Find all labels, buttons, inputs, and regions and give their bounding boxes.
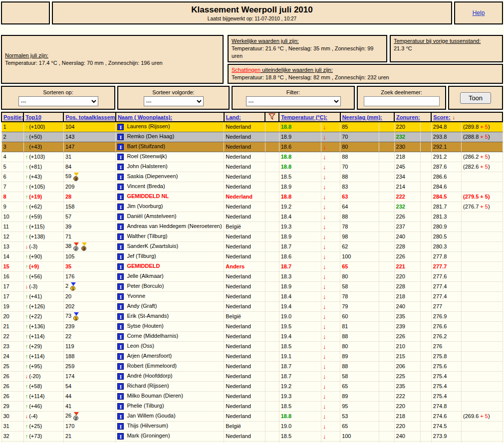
positie-cell: 15 bbox=[1, 261, 23, 271]
sort-temperatuur-link[interactable]: Temperatuur (°C): bbox=[281, 114, 327, 120]
score-cell: 287.6 bbox=[431, 162, 461, 172]
info-icon[interactable]: I bbox=[117, 433, 124, 440]
deelnemer-naam: Jef (Tilburg) bbox=[127, 253, 156, 259]
position-change: (+103) bbox=[29, 154, 45, 160]
temp-down-arrow-icon: ↓ bbox=[323, 383, 326, 390]
neerslag-cell: 89 bbox=[340, 391, 379, 401]
show-button[interactable]: Toon bbox=[460, 92, 491, 104]
sort-top10-link[interactable]: Top10 bbox=[25, 114, 41, 120]
top10-cell: ↑(+59) bbox=[23, 212, 63, 222]
info-icon[interactable]: I bbox=[117, 253, 124, 260]
table-row: 26↓(-20)174IAndré (Hoofddorp)Nederland18… bbox=[1, 371, 503, 381]
neerslag-trend-cell bbox=[379, 321, 394, 331]
temp-down-arrow-icon: ↓ bbox=[323, 373, 326, 380]
position-change: (+100) bbox=[29, 124, 45, 130]
top10-cell: ↑(+95) bbox=[23, 361, 63, 371]
pos-totaal-value: 147 bbox=[65, 144, 74, 150]
top10-cell: ↑(+114) bbox=[23, 331, 63, 341]
sort-neerslag-link[interactable]: Neerslag (mm): bbox=[342, 114, 382, 120]
neerslag-cell: 88 bbox=[340, 212, 379, 222]
land-filter-cell bbox=[265, 381, 279, 391]
sort-by-select[interactable]: --- bbox=[18, 96, 98, 106]
sort-score-link[interactable]: Score: bbox=[433, 114, 450, 120]
info-icon[interactable]: I bbox=[117, 223, 124, 230]
table-row: 29↑(+46)41IPhelie (Tilburg)Nederland18.5… bbox=[1, 401, 503, 411]
table-row: 26↑(+114)44IMilko Bouman (Dieren)Nederla… bbox=[1, 391, 503, 401]
temp-down-arrow-icon: ↓ bbox=[323, 213, 326, 221]
sort-land-link[interactable]: Land: bbox=[226, 114, 241, 120]
positie-cell: 22 bbox=[1, 331, 23, 341]
neerslag-cell: 62 bbox=[340, 241, 379, 251]
info-icon[interactable]: I bbox=[117, 154, 124, 160]
info-icon[interactable]: I bbox=[117, 174, 124, 180]
info-icon[interactable]: I bbox=[117, 124, 124, 130]
info-icon[interactable]: I bbox=[117, 413, 124, 420]
deelnemer-naam: Jelle (Alkmaar) bbox=[127, 273, 163, 279]
sort-pos-totaal-link[interactable]: Pos. totaalklassement: bbox=[65, 114, 115, 120]
neerslag-cell: 88 bbox=[340, 172, 379, 182]
temperatuur-cell: 18.9 bbox=[279, 182, 321, 192]
info-icon[interactable]: I bbox=[117, 343, 124, 350]
filter-select[interactable]: --- bbox=[246, 96, 341, 106]
pos-totaal-value: 41 bbox=[65, 403, 71, 409]
table-row: 2↑(+50)143IRemko (Den Haag)Nederland18.9… bbox=[1, 132, 503, 142]
info-icon[interactable]: I bbox=[117, 134, 124, 140]
info-icon[interactable]: I bbox=[117, 363, 124, 370]
info-icon[interactable]: I bbox=[117, 214, 124, 220]
zonuren-trend-cell bbox=[420, 341, 431, 351]
score-paren: ) bbox=[488, 164, 490, 170]
info-icon[interactable]: I bbox=[117, 423, 124, 430]
table-row: 12↑(+138)71IWalther (Tilburg)Nederland18… bbox=[1, 231, 503, 241]
funnel-icon[interactable] bbox=[268, 113, 275, 120]
info-icon[interactable]: I bbox=[117, 204, 124, 210]
info-icon[interactable]: I bbox=[117, 333, 124, 340]
pos-totaal-value: 20 bbox=[65, 293, 71, 299]
info-icon[interactable]: I bbox=[117, 194, 124, 200]
info-icon[interactable]: I bbox=[117, 383, 124, 390]
info-icon[interactable]: I bbox=[117, 313, 124, 320]
info-icon[interactable]: I bbox=[117, 373, 124, 380]
info-icon[interactable]: I bbox=[117, 233, 124, 240]
info-icon[interactable]: I bbox=[117, 283, 124, 290]
info-icon[interactable]: I bbox=[117, 144, 124, 150]
help-link[interactable]: Help bbox=[473, 9, 485, 16]
info-icon[interactable]: I bbox=[117, 184, 124, 190]
neerslag-cell: 70 bbox=[340, 132, 379, 142]
deelnemer-naam: Erik (St-Amands) bbox=[127, 313, 169, 319]
sort-zonuren-link[interactable]: Zonuren: bbox=[396, 114, 420, 120]
neerslag-cell: 88 bbox=[340, 152, 379, 162]
info-icon[interactable]: I bbox=[117, 243, 124, 250]
info-icon[interactable]: I bbox=[117, 403, 124, 410]
info-icon[interactable]: I bbox=[117, 353, 124, 360]
info-icon[interactable]: I bbox=[117, 293, 124, 300]
info-icon[interactable]: I bbox=[117, 303, 124, 310]
sort-order-select[interactable]: --- bbox=[144, 96, 204, 106]
sort-positie-link[interactable]: Positie: bbox=[3, 114, 23, 120]
search-input[interactable] bbox=[364, 96, 440, 106]
info-icon[interactable]: I bbox=[117, 263, 124, 270]
info-icon[interactable]: I bbox=[117, 323, 124, 330]
temp-trend-cell: ↓ bbox=[321, 182, 340, 192]
info-icon[interactable]: I bbox=[117, 273, 124, 280]
temp-down-arrow-icon: ↓ bbox=[323, 273, 326, 280]
table-row: 19↑(+126)202IAndy (Graft)Nederland19.4↓7… bbox=[1, 301, 503, 311]
temp-down-arrow-icon: ↓ bbox=[323, 243, 326, 250]
zonuren-trend-cell bbox=[420, 212, 431, 222]
sort-naam-link[interactable]: Naam ( Woonplaats): bbox=[118, 114, 172, 120]
table-row: 32↑(+73)21IMark (Groningen)Nederland18.5… bbox=[1, 431, 503, 441]
info-icon[interactable]: I bbox=[117, 164, 124, 170]
zonuren-cell: 218 bbox=[394, 291, 420, 301]
table-row: 17↑(+41)20IYvonneNederland18.4↓78218277.… bbox=[1, 291, 503, 301]
deelnemer-naam: Leon (Oss) bbox=[127, 343, 154, 349]
medal-ribbon bbox=[74, 242, 79, 246]
deelnemer-naam: Richard (Rijssen) bbox=[127, 383, 169, 389]
temperatuur-cell: 18.9 bbox=[279, 132, 321, 142]
pos-totaal-cell: 259 bbox=[63, 361, 115, 371]
pos-totaal-value: 59 bbox=[65, 173, 71, 179]
score-breakdown-cell bbox=[462, 431, 503, 441]
temp-trend-cell: ↓ bbox=[321, 441, 340, 443]
land-filter-cell bbox=[265, 251, 279, 261]
estimates-link[interactable]: Schattingen bbox=[232, 67, 260, 73]
positie-cell: 17 bbox=[1, 281, 23, 291]
info-icon[interactable]: I bbox=[117, 393, 124, 400]
